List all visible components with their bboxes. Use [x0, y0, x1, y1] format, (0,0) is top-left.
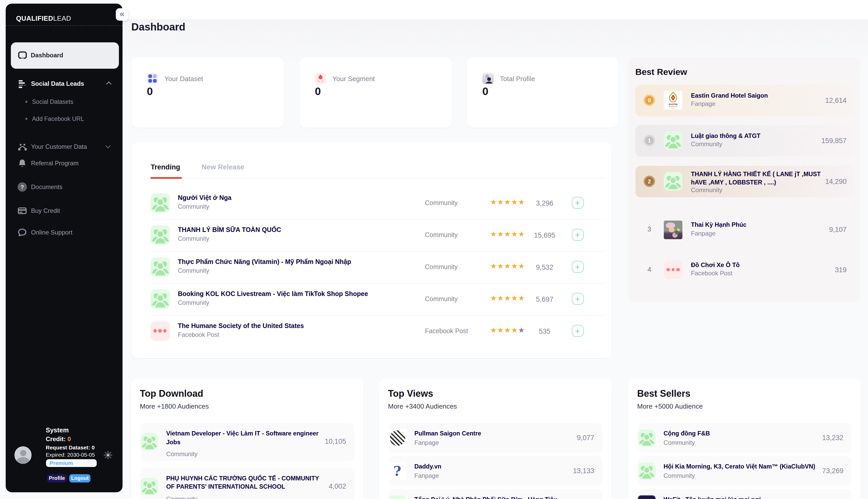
sidebar-item-documents[interactable]: ? Documents — [6, 178, 122, 196]
trending-row-subtitle: Community — [178, 203, 209, 210]
community-avatar — [140, 478, 158, 495]
question-avatar: ? — [389, 462, 406, 479]
list-item-title: Pullman Saigon Centre — [414, 429, 572, 438]
question-icon: ? — [17, 182, 27, 192]
trending-row-title: The Humane Society of the United States — [178, 322, 421, 329]
community-avatar — [389, 495, 406, 499]
gear-icon[interactable] — [103, 450, 113, 460]
tab-trending[interactable]: Trending — [151, 163, 180, 171]
pullman-avatar — [389, 429, 406, 447]
brand-logo: QUALIFIEDLEAD — [16, 14, 71, 22]
rank-number: 4 — [644, 265, 655, 273]
list-item-title: Cộng đồng F&B — [664, 429, 821, 438]
tab-new-release[interactable]: New Release — [202, 163, 244, 171]
user-credit: Credit: 0 — [46, 436, 71, 443]
page-title: Dashboard — [131, 21, 185, 33]
trending-row: The Humane Society of the United StatesF… — [131, 315, 611, 347]
stat-card-your-segment: Your Segment0 — [299, 57, 452, 127]
trending-row-title: Thực Phẩm Chức Năng (Vitamin) - Mỹ Phẩm … — [178, 258, 421, 265]
profile-button[interactable]: Profile — [47, 474, 67, 483]
add-button[interactable]: + — [571, 260, 584, 273]
star-rating: ★★★★★ — [490, 198, 525, 206]
sidebar-item-dashboard[interactable]: Dashboard — [11, 42, 119, 69]
section-title: Best Sellers — [637, 388, 690, 399]
wefit-avatar — [638, 495, 655, 499]
review-row-subtitle: Facebook Post — [691, 270, 732, 277]
logout-button[interactable]: Logout — [69, 474, 91, 483]
trending-row-count: 15,695 — [520, 231, 569, 239]
grid-icon — [147, 73, 158, 84]
sidebar-subitem-label: Add Facebook URL — [32, 116, 84, 122]
top-download-card: Top DownloadMore +1800 AudiencesVietnam … — [131, 379, 363, 499]
list-item-title: WeFit - Tập luyện mọi lúc mọi nơi — [664, 495, 821, 499]
list-item-count: 10,105 — [325, 438, 346, 446]
trending-row: Người Việt ở NgaCommunityCommunity★★★★★3… — [131, 187, 611, 219]
active-tab-indicator — [151, 177, 182, 179]
list-item-subtitle: Community — [166, 450, 198, 458]
section-subtitle: More +3400 Audiences — [388, 402, 457, 410]
list-item: WeFit - Tập luyện mọi lúc mọi nơi59,793 — [638, 489, 851, 499]
trending-row-title: Người Việt ở Nga — [178, 194, 421, 201]
trending-row-type: Facebook Post — [425, 327, 468, 334]
review-row-subtitle: Community — [691, 186, 722, 193]
review-row-title: Eastin Grand Hotel Saigon — [691, 91, 821, 99]
trending-row: Booking KOL KOC Livestream - Việc làm Ti… — [131, 283, 611, 315]
trending-row-subtitle: Community — [178, 235, 209, 242]
list-item-count: 13,133 — [573, 467, 594, 474]
add-button[interactable]: + — [571, 229, 584, 241]
trending-row-subtitle: Community — [178, 299, 209, 306]
sidebar-item-social-datasets[interactable]: Social Datasets — [6, 95, 122, 109]
add-button[interactable]: + — [571, 325, 584, 337]
list-item-count: 9,077 — [577, 434, 594, 441]
review-row-title: Thai Kỳ Hạnh Phúc — [691, 221, 821, 229]
rank-badge: 2 — [644, 175, 655, 187]
rank-badge: 1 — [644, 135, 655, 146]
star-rating: ★★★★★ — [490, 326, 525, 334]
svg-text:EASTIN: EASTIN — [669, 103, 678, 106]
review-row-count: 319 — [835, 266, 846, 273]
review-row-title: THANH LÝ HÀNG THIẾT KẾ ( LANE jT ,MUST h… — [691, 170, 821, 186]
review-row: 0EASTINGRAND HOTELSAIGONEastin Grand Hot… — [635, 84, 854, 116]
trending-row-title: THANH LÝ BỈM SỮA TOÀN QUỐC — [178, 226, 421, 233]
trending-row-count: 3,296 — [520, 199, 569, 207]
credit-card-icon — [17, 206, 27, 216]
star-rating: ★★★★★ — [490, 230, 525, 238]
add-button[interactable]: + — [571, 197, 584, 209]
community-avatar — [664, 172, 682, 191]
section-subtitle: More +1800 Audiences — [140, 402, 209, 410]
vector-icon — [17, 142, 27, 152]
sidebar: QUALIFIEDLEAD Dashboard Social Data Lead… — [6, 4, 122, 492]
community-avatar — [638, 462, 655, 479]
photo-avatar — [664, 220, 682, 239]
sidebar-item-referral-program[interactable]: Referral Program — [6, 155, 122, 172]
sidebar-item-social-data-leads[interactable]: Social Data Leads — [6, 75, 122, 93]
sidebar-item-online-support[interactable]: Online Support — [6, 224, 122, 241]
best-sellers-card: Best SellersMore +5000 AudienceCộng đồng… — [628, 379, 860, 499]
list-icon — [17, 78, 27, 89]
stat-value: 0 — [482, 85, 488, 98]
svg-text:GRAND HOTEL: GRAND HOTEL — [669, 106, 678, 108]
sidebar-item-your-customer-data[interactable]: Your Customer Data — [6, 138, 122, 156]
sidebar-item-label: Referral Program — [31, 160, 79, 167]
trending-row-count: 5,697 — [520, 295, 569, 303]
sidebar-item-buy-credit[interactable]: Buy Credit — [6, 202, 122, 220]
list-item-title: Daddy.vn — [414, 462, 572, 471]
sidebar-collapse-button[interactable]: « — [116, 8, 128, 21]
trending-row-subtitle: Facebook Post — [178, 331, 219, 338]
trending-row-title: Booking KOL KOC Livestream - Việc làm Ti… — [178, 290, 421, 297]
sidebar-subitem-label: Social Datasets — [32, 99, 73, 105]
community-avatar — [638, 429, 655, 447]
bullet-icon — [25, 101, 27, 103]
best-review-title: Best Review — [635, 67, 687, 77]
section-subtitle: More +5000 Audience — [637, 402, 703, 410]
sidebar-item-label: Documents — [31, 183, 62, 191]
profile-icon — [482, 73, 494, 84]
sidebar-item-add-facebook-url[interactable]: Add Facebook URL — [6, 112, 122, 125]
add-button[interactable]: + — [571, 293, 584, 305]
trending-row-count: 9,532 — [520, 263, 569, 271]
sidebar-divider — [6, 25, 122, 26]
list-item-count: 73,269 — [822, 467, 843, 474]
review-row-count: 159,857 — [821, 137, 846, 144]
avatar — [14, 446, 32, 464]
star-rating: ★★★★★ — [490, 261, 525, 270]
